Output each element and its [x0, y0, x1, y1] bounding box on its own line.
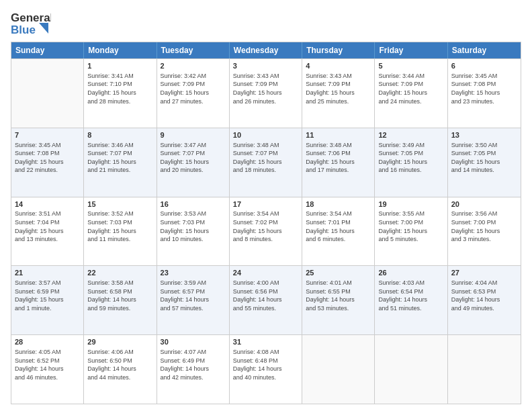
page: General Blue SundayMondayTuesdayWednesda… — [0, 0, 532, 411]
day-16: 16Sunrise: 3:53 AMSunset: 7:03 PMDayligh… — [157, 197, 230, 266]
day-info-17: Sunrise: 3:54 AMSunset: 7:02 PMDaylight:… — [233, 210, 298, 243]
day-5: 5Sunrise: 3:44 AMSunset: 7:09 PMDaylight… — [375, 59, 447, 128]
day-number-7: 7 — [15, 130, 80, 140]
day-number-19: 19 — [378, 199, 443, 210]
day-24: 24Sunrise: 4:00 AMSunset: 6:56 PMDayligh… — [230, 266, 302, 334]
day-info-29: Sunrise: 4:06 AMSunset: 6:50 PMDaylight:… — [87, 348, 152, 381]
day-27: 27Sunrise: 4:04 AMSunset: 6:53 PMDayligh… — [448, 266, 521, 334]
day-10: 10Sunrise: 3:48 AMSunset: 7:07 PMDayligh… — [230, 128, 302, 197]
day-info-14: Sunrise: 3:51 AMSunset: 7:04 PMDaylight:… — [15, 210, 80, 243]
day-29: 29Sunrise: 4:06 AMSunset: 6:50 PMDayligh… — [84, 335, 157, 404]
day-number-18: 18 — [306, 199, 371, 210]
day-25: 25Sunrise: 4:01 AMSunset: 6:55 PMDayligh… — [302, 266, 375, 334]
day-2: 2Sunrise: 3:42 AMSunset: 7:09 PMDaylight… — [157, 59, 230, 128]
calendar-row-3: 21Sunrise: 3:57 AMSunset: 6:59 PMDayligh… — [11, 265, 521, 334]
day-number-24: 24 — [233, 268, 298, 278]
day-info-15: Sunrise: 3:52 AMSunset: 7:03 PMDaylight:… — [87, 210, 152, 243]
day-info-26: Sunrise: 4:03 AMSunset: 6:54 PMDaylight:… — [378, 279, 443, 312]
day-8: 8Sunrise: 3:46 AMSunset: 7:07 PMDaylight… — [84, 128, 157, 197]
day-number-21: 21 — [15, 268, 80, 278]
day-3: 3Sunrise: 3:43 AMSunset: 7:09 PMDaylight… — [230, 59, 302, 128]
day-number-6: 6 — [451, 61, 517, 71]
day-15: 15Sunrise: 3:52 AMSunset: 7:03 PMDayligh… — [84, 197, 157, 266]
day-info-30: Sunrise: 4:07 AMSunset: 6:49 PMDaylight:… — [161, 348, 226, 381]
day-4: 4Sunrise: 3:43 AMSunset: 7:09 PMDaylight… — [302, 59, 375, 128]
svg-text:Blue: Blue — [11, 24, 36, 36]
empty-cell — [448, 335, 521, 404]
calendar-row-0: 1Sunrise: 3:41 AMSunset: 7:10 PMDaylight… — [11, 58, 521, 128]
day-info-5: Sunrise: 3:44 AMSunset: 7:09 PMDaylight:… — [378, 72, 443, 105]
calendar-body: 1Sunrise: 3:41 AMSunset: 7:10 PMDaylight… — [11, 58, 521, 404]
day-number-28: 28 — [15, 337, 80, 347]
day-info-23: Sunrise: 3:59 AMSunset: 6:57 PMDaylight:… — [161, 279, 226, 312]
day-info-24: Sunrise: 4:00 AMSunset: 6:56 PMDaylight:… — [233, 279, 298, 312]
day-31: 31Sunrise: 4:08 AMSunset: 6:48 PMDayligh… — [230, 335, 302, 404]
day-info-28: Sunrise: 4:05 AMSunset: 6:52 PMDaylight:… — [15, 348, 80, 381]
day-info-12: Sunrise: 3:49 AMSunset: 7:05 PMDaylight:… — [378, 141, 443, 175]
calendar-row-1: 7Sunrise: 3:45 AMSunset: 7:08 PMDaylight… — [11, 128, 521, 197]
day-info-22: Sunrise: 3:58 AMSunset: 6:58 PMDaylight:… — [87, 279, 152, 312]
day-info-4: Sunrise: 3:43 AMSunset: 7:09 PMDaylight:… — [306, 72, 371, 105]
day-info-31: Sunrise: 4:08 AMSunset: 6:48 PMDaylight:… — [233, 348, 298, 381]
day-number-9: 9 — [161, 130, 226, 140]
day-number-30: 30 — [161, 337, 226, 347]
day-number-29: 29 — [87, 337, 152, 347]
day-number-15: 15 — [87, 199, 152, 210]
day-info-25: Sunrise: 4:01 AMSunset: 6:55 PMDaylight:… — [306, 279, 371, 312]
empty-cell — [375, 335, 447, 404]
empty-cell — [11, 59, 84, 128]
day-22: 22Sunrise: 3:58 AMSunset: 6:58 PMDayligh… — [84, 266, 157, 334]
day-14: 14Sunrise: 3:51 AMSunset: 7:04 PMDayligh… — [11, 197, 84, 266]
header: General Blue — [11, 8, 521, 36]
day-info-21: Sunrise: 3:57 AMSunset: 6:59 PMDaylight:… — [15, 279, 80, 312]
day-20: 20Sunrise: 3:56 AMSunset: 7:00 PMDayligh… — [448, 197, 521, 266]
day-info-19: Sunrise: 3:55 AMSunset: 7:00 PMDaylight:… — [378, 210, 443, 243]
header-thursday: Thursday — [302, 42, 375, 58]
day-23: 23Sunrise: 3:59 AMSunset: 6:57 PMDayligh… — [157, 266, 230, 334]
day-6: 6Sunrise: 3:45 AMSunset: 7:08 PMDaylight… — [448, 59, 521, 128]
day-info-18: Sunrise: 3:54 AMSunset: 7:01 PMDaylight:… — [306, 210, 371, 243]
day-number-27: 27 — [451, 268, 517, 278]
header-friday: Friday — [375, 42, 447, 58]
day-number-13: 13 — [451, 130, 517, 140]
day-number-16: 16 — [161, 199, 226, 210]
header-monday: Monday — [84, 42, 157, 58]
day-number-1: 1 — [87, 61, 152, 71]
day-number-23: 23 — [161, 268, 226, 278]
day-number-4: 4 — [306, 61, 371, 71]
day-number-14: 14 — [15, 199, 80, 210]
day-number-8: 8 — [87, 130, 152, 140]
day-number-17: 17 — [233, 199, 298, 210]
day-info-13: Sunrise: 3:50 AMSunset: 7:05 PMDaylight:… — [451, 141, 517, 175]
day-11: 11Sunrise: 3:48 AMSunset: 7:06 PMDayligh… — [302, 128, 375, 197]
day-12: 12Sunrise: 3:49 AMSunset: 7:05 PMDayligh… — [375, 128, 447, 197]
empty-cell — [302, 335, 375, 404]
header-tuesday: Tuesday — [157, 42, 230, 58]
header-saturday: Saturday — [448, 42, 521, 58]
day-info-1: Sunrise: 3:41 AMSunset: 7:10 PMDaylight:… — [87, 72, 152, 105]
day-18: 18Sunrise: 3:54 AMSunset: 7:01 PMDayligh… — [302, 197, 375, 266]
day-number-3: 3 — [233, 61, 298, 71]
day-info-11: Sunrise: 3:48 AMSunset: 7:06 PMDaylight:… — [306, 141, 371, 175]
day-info-6: Sunrise: 3:45 AMSunset: 7:08 PMDaylight:… — [451, 72, 517, 105]
calendar-row-4: 28Sunrise: 4:05 AMSunset: 6:52 PMDayligh… — [11, 334, 521, 404]
day-30: 30Sunrise: 4:07 AMSunset: 6:49 PMDayligh… — [157, 335, 230, 404]
day-1: 1Sunrise: 3:41 AMSunset: 7:10 PMDaylight… — [84, 59, 157, 128]
day-number-11: 11 — [306, 130, 371, 140]
day-21: 21Sunrise: 3:57 AMSunset: 6:59 PMDayligh… — [11, 266, 84, 334]
day-number-2: 2 — [161, 61, 226, 71]
header-sunday: Sunday — [11, 42, 84, 58]
day-number-31: 31 — [233, 337, 298, 347]
day-info-16: Sunrise: 3:53 AMSunset: 7:03 PMDaylight:… — [161, 210, 226, 243]
svg-marker-1 — [39, 23, 48, 34]
logo-icon: General Blue — [11, 8, 51, 36]
day-number-25: 25 — [306, 268, 371, 278]
header-wednesday: Wednesday — [230, 42, 302, 58]
day-9: 9Sunrise: 3:47 AMSunset: 7:07 PMDaylight… — [157, 128, 230, 197]
day-number-5: 5 — [378, 61, 443, 71]
calendar: SundayMondayTuesdayWednesdayThursdayFrid… — [11, 42, 521, 404]
day-26: 26Sunrise: 4:03 AMSunset: 6:54 PMDayligh… — [375, 266, 447, 334]
logo: General Blue — [11, 8, 51, 36]
day-info-20: Sunrise: 3:56 AMSunset: 7:00 PMDaylight:… — [451, 210, 517, 243]
day-info-8: Sunrise: 3:46 AMSunset: 7:07 PMDaylight:… — [87, 141, 152, 175]
